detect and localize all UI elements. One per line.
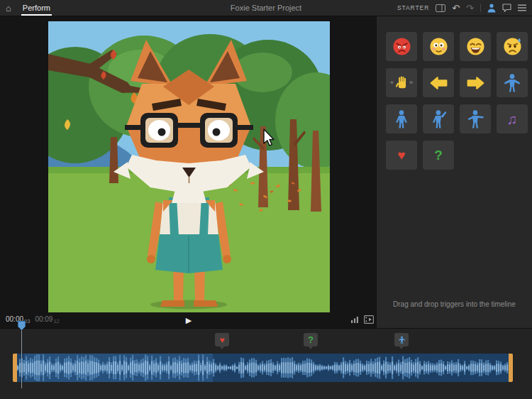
timeline-marker-question[interactable]: ?	[304, 333, 318, 346]
stage-scene[interactable]	[48, 21, 330, 312]
stage-view[interactable]	[0, 16, 376, 328]
question-mark-icon: ?	[434, 148, 443, 162]
triggers-panel: « »	[376, 16, 532, 328]
total-time: 00:09	[35, 315, 52, 323]
angry-face-icon	[392, 37, 411, 56]
music-note-icon: ♫	[507, 112, 518, 126]
comments-icon[interactable]	[502, 4, 511, 12]
wave-hand-icon	[394, 75, 409, 91]
timecode: 00:000300:0912	[6, 315, 60, 323]
topbar-actions: STARTER ↶ ↷	[397, 0, 526, 16]
trigger-wave-hand[interactable]: « »	[386, 68, 417, 97]
total-frames: 12	[53, 318, 59, 324]
topbar-divider	[480, 4, 481, 12]
trigger-music-note[interactable]: ♫	[497, 104, 528, 133]
arms-out-pose-icon	[503, 73, 521, 93]
timeline[interactable]: ♥ ?	[0, 328, 532, 399]
timeline-marker-heart[interactable]: ♥	[215, 333, 229, 346]
question-mark-icon: ?	[308, 335, 314, 344]
laughing-face-icon	[466, 37, 485, 56]
tab-perform[interactable]: Perform	[21, 0, 52, 16]
trigger-angry-face[interactable]	[386, 32, 417, 61]
starter-mode-label: STARTER	[397, 4, 429, 11]
trigger-point-left-hand[interactable]	[423, 68, 454, 97]
wave-quote-open: «	[390, 80, 394, 86]
pose-one-arm-up-icon	[429, 109, 448, 129]
redo-icon[interactable]: ↷	[466, 4, 474, 13]
trigger-question-mark[interactable]: ?	[423, 141, 454, 170]
point-right-hand-icon	[466, 75, 485, 92]
starter-panel-icon[interactable]	[436, 4, 445, 12]
audio-track[interactable]	[13, 354, 513, 382]
trigger-pose-arms-forward[interactable]	[460, 104, 491, 133]
trim-handle-right[interactable]	[509, 354, 513, 382]
trigger-point-right-hand[interactable]	[460, 68, 491, 97]
puppet-icon[interactable]	[487, 4, 496, 13]
scene-icon[interactable]	[364, 315, 374, 324]
trigger-laughing-face[interactable]	[460, 32, 491, 61]
undo-icon[interactable]: ↶	[452, 4, 460, 13]
timeline-marker-pose[interactable]	[394, 333, 409, 346]
menu-icon[interactable]	[518, 4, 526, 11]
triggers-hint: Drag and drop triggers into the timeline	[377, 300, 532, 308]
pose-arms-forward-icon	[466, 109, 484, 129]
home-icon[interactable]: ⌂	[6, 4, 11, 13]
play-button[interactable]: ▶	[181, 313, 196, 327]
wave-quote-close: »	[409, 80, 413, 86]
trigger-heart[interactable]: ♥	[386, 141, 417, 170]
trigger-flushed-face[interactable]	[423, 32, 454, 61]
sad-face-icon	[503, 37, 522, 56]
flushed-face-icon	[429, 37, 448, 56]
transport-bar: 00:000300:0912 ▶	[0, 312, 376, 328]
trigger-pose-one-arm-up[interactable]	[423, 104, 454, 133]
arms-out-pose-icon	[398, 336, 406, 344]
trigger-pose-arms-down[interactable]	[386, 104, 417, 133]
pose-arms-down-icon	[392, 109, 411, 129]
audio-levels-icon[interactable]	[350, 315, 359, 324]
trigger-sad-face[interactable]	[497, 32, 528, 61]
playhead-line	[21, 330, 22, 388]
heart-icon: ♥	[397, 148, 405, 162]
heart-icon: ♥	[219, 336, 224, 344]
top-bar: ⌂ Perform Foxie Starter Project STARTER …	[0, 0, 532, 16]
point-left-hand-icon	[429, 75, 448, 92]
waveform[interactable]	[17, 354, 509, 382]
trigger-arms-out-pose[interactable]	[497, 68, 528, 97]
